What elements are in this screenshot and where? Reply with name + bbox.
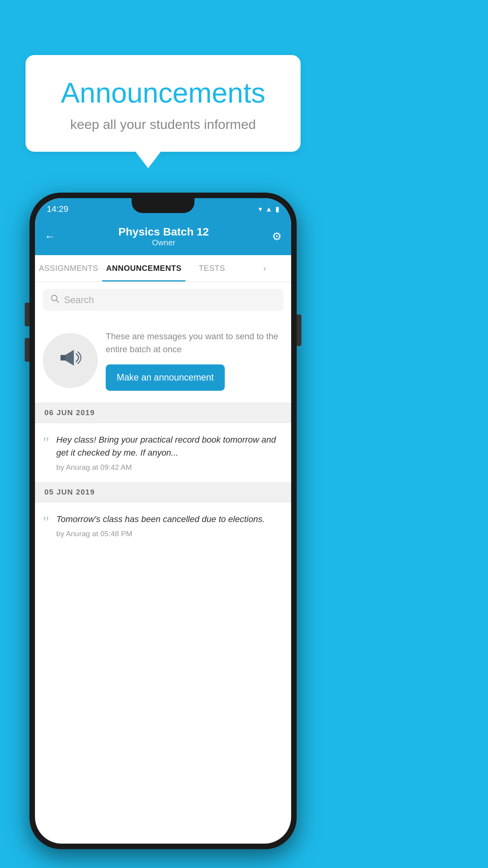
- speech-bubble: Announcements keep all your students inf…: [26, 55, 301, 152]
- megaphone-icon: [57, 344, 84, 377]
- promo-right: These are messages you want to send to t…: [106, 330, 283, 391]
- header-subtitle: Owner: [118, 238, 209, 247]
- announcement-item-2: " Tomorrow's class has been cancelled du…: [35, 502, 291, 550]
- phone-mockup: 14:29 ▾ ▲ ▮ ← Physics Batch 12 Owner ⚙: [29, 193, 297, 849]
- phone-outer: 14:29 ▾ ▲ ▮ ← Physics Batch 12 Owner ⚙: [29, 193, 297, 849]
- promo-area: These are messages you want to send to t…: [35, 318, 291, 403]
- wifi-icon: ▾: [259, 205, 262, 213]
- back-button[interactable]: ←: [44, 230, 55, 243]
- header-center: Physics Batch 12 Owner: [118, 226, 209, 247]
- quote-icon-2: ": [43, 514, 49, 530]
- status-icons: ▾ ▲ ▮: [259, 205, 279, 213]
- search-container: Search: [35, 282, 291, 318]
- search-bar[interactable]: Search: [43, 289, 283, 311]
- promo-icon-circle: [43, 333, 98, 388]
- search-placeholder: Search: [64, 294, 94, 305]
- announcement-meta-1: by Anurag at 09:42 AM: [56, 463, 283, 472]
- tab-assignments[interactable]: ASSIGNMENTS: [35, 255, 102, 281]
- announcement-text-1: Hey class! Bring your practical record b…: [56, 433, 283, 459]
- announcement-text-2: Tomorrow's class has been cancelled due …: [56, 513, 283, 526]
- announcement-content-1: Hey class! Bring your practical record b…: [56, 433, 283, 472]
- settings-icon[interactable]: ⚙: [272, 230, 282, 243]
- speech-bubble-arrow: [136, 152, 161, 168]
- make-announcement-button[interactable]: Make an announcement: [106, 364, 225, 391]
- announcement-content-2: Tomorrow's class has been cancelled due …: [56, 513, 283, 538]
- tab-more[interactable]: ›: [238, 255, 291, 281]
- battery-icon: ▮: [275, 205, 279, 213]
- date-separator-1: 06 JUN 2019: [35, 403, 291, 423]
- announcement-meta-2: by Anurag at 05:48 PM: [56, 530, 283, 538]
- app-header: ← Physics Batch 12 Owner ⚙: [35, 219, 291, 255]
- signal-icon: ▲: [265, 205, 272, 213]
- status-time: 14:29: [47, 204, 68, 214]
- speech-bubble-container: Announcements keep all your students inf…: [26, 55, 301, 168]
- tabs-container: ASSIGNMENTS ANNOUNCEMENTS TESTS ›: [35, 255, 291, 282]
- date-separator-2: 05 JUN 2019: [35, 482, 291, 502]
- announcement-item-1: " Hey class! Bring your practical record…: [35, 423, 291, 482]
- promo-description: These are messages you want to send to t…: [106, 330, 283, 356]
- tab-announcements[interactable]: ANNOUNCEMENTS: [102, 255, 185, 281]
- tab-tests[interactable]: TESTS: [185, 255, 238, 281]
- svg-rect-3: [61, 355, 65, 360]
- phone-notch: [132, 198, 194, 213]
- header-title: Physics Batch 12: [118, 226, 209, 238]
- speech-bubble-title: Announcements: [49, 77, 277, 109]
- search-icon: [51, 294, 59, 305]
- speech-bubble-subtitle: keep all your students informed: [49, 117, 277, 132]
- phone-inner: 14:29 ▾ ▲ ▮ ← Physics Batch 12 Owner ⚙: [35, 198, 291, 844]
- svg-line-1: [57, 300, 59, 303]
- quote-icon-1: ": [43, 435, 49, 451]
